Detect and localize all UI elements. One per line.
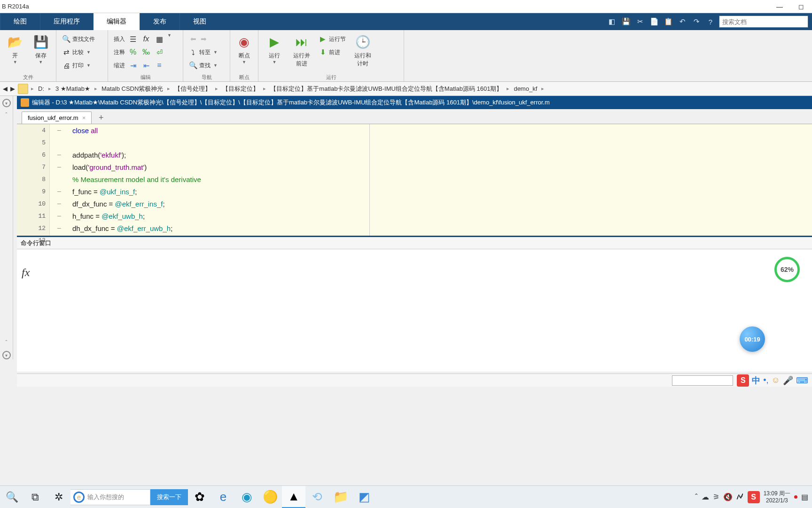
punct-icon[interactable]: •,	[763, 375, 768, 385]
comment-button[interactable]: 注释 %‰⏎	[112, 46, 173, 58]
wifi-icon[interactable]: ⚞	[713, 492, 719, 501]
scroll-up-icon[interactable]: ˆ	[6, 112, 8, 119]
nav-arrows[interactable]: ⬅➡	[187, 33, 219, 45]
compare-button[interactable]: ⇄比较▼	[60, 46, 97, 58]
back-icon: ⬅	[189, 35, 197, 43]
scroll-down-icon[interactable]: ˆ	[6, 340, 8, 346]
minimize-button[interactable]: —	[769, 0, 790, 13]
find-files-button[interactable]: 🔍查找文件	[60, 33, 97, 45]
undo-icon[interactable]: ↶	[677, 16, 688, 27]
ime-zhong[interactable]: 中	[752, 375, 760, 386]
tab-editor[interactable]: 编辑器	[93, 13, 140, 30]
maximize-button[interactable]: ◻	[790, 0, 812, 13]
indent-icon[interactable]: ⇥	[127, 59, 139, 71]
fx-icon[interactable]: fx	[140, 33, 152, 45]
obs-icon[interactable]: ✲	[47, 486, 70, 508]
var-icon[interactable]: ▦	[153, 33, 165, 45]
wrap-icon[interactable]: ⏎	[153, 46, 165, 58]
task-view-button[interactable]: ⧉	[23, 486, 47, 508]
save-label: 保存	[35, 52, 47, 60]
smart-indent-icon[interactable]: ≡	[153, 59, 165, 71]
search-doc-input[interactable]	[719, 16, 808, 28]
group-bp-label: 断点	[230, 74, 258, 81]
close-tab-icon[interactable]: ×	[82, 114, 86, 121]
edge-icon[interactable]: ◉	[235, 486, 258, 508]
emoji-icon[interactable]: ☺	[772, 375, 780, 385]
command-window[interactable]: fx	[17, 249, 812, 372]
cut-icon[interactable]: ✂	[634, 16, 646, 27]
sogou-tray-icon[interactable]: S	[748, 491, 760, 503]
clock[interactable]: 13:09 周一 2022/1/3	[764, 490, 790, 504]
redo-icon[interactable]: ↷	[691, 16, 702, 27]
breakpoint-icon: ◉	[236, 34, 252, 50]
tray-up-icon[interactable]: ˆ	[695, 493, 697, 501]
goto-button[interactable]: ⤵转至▼	[187, 46, 219, 58]
new-icon[interactable]: ◧	[606, 16, 617, 27]
app-icon-1[interactable]: ✿	[188, 486, 211, 508]
arrow-right-icon[interactable]: ▶	[10, 85, 15, 92]
editor-title-bar: 编辑器 - D:\3 ★Matlab★\Matalb CSDN紫极神光\【信号处…	[17, 96, 812, 109]
recording-timer[interactable]: 00:19	[740, 326, 765, 352]
add-tab-button[interactable]: +	[94, 111, 108, 124]
print-button[interactable]: 🖨打印▼	[60, 59, 97, 71]
goto-icon: ⤵	[189, 48, 197, 56]
uncomment-icon[interactable]: ‰	[140, 46, 152, 58]
outdent-icon[interactable]: ⇤	[140, 59, 152, 71]
mic-icon[interactable]: 🎤	[783, 375, 793, 386]
save-icon[interactable]: 💾	[620, 16, 632, 27]
file-tab[interactable]: fusion_ukf_error.m ×	[22, 111, 92, 124]
find-files-icon: 🔍	[62, 35, 70, 43]
run-icon: ▶	[266, 34, 282, 50]
run-section-button[interactable]: ▶运行节	[317, 33, 348, 45]
group-run-label: 运行	[258, 74, 404, 81]
taskbar-search[interactable]: e输入你想搜的	[70, 489, 150, 505]
run-advance-button[interactable]: ⏭ 运行并 前进	[289, 32, 314, 68]
find-button[interactable]: 🔍查找▼	[187, 59, 219, 71]
search-button[interactable]: 🔍	[0, 486, 23, 508]
progress-ring: 62%	[774, 257, 800, 282]
run-time-button[interactable]: 🕒 运行和 计时	[351, 32, 375, 68]
action-center-icon[interactable]: ▤	[801, 492, 808, 501]
chrome-icon[interactable]: 🟡	[258, 486, 282, 508]
indent-button[interactable]: 缩进 ⇥⇤≡	[112, 59, 173, 71]
tab-apps[interactable]: 应用程序	[40, 13, 93, 30]
app-icon-2[interactable]: ⟲	[305, 486, 329, 508]
tab-view[interactable]: 视图	[180, 13, 219, 30]
help-icon[interactable]: ?	[705, 16, 716, 27]
keyboard-icon[interactable]: ⌨	[796, 375, 808, 386]
matlab-taskbar-icon[interactable]: ▲	[282, 486, 305, 508]
edge-legacy-icon[interactable]: e	[211, 486, 235, 508]
print-icon: 🖨	[62, 61, 70, 70]
folder-icon[interactable]	[18, 84, 28, 94]
run-button[interactable]: ▶ 运行▼	[262, 32, 287, 64]
insert-button[interactable]: 插入 ☰fx▦▼	[112, 33, 173, 45]
notification-dot	[794, 495, 797, 499]
photos-icon[interactable]: ◩	[352, 486, 376, 508]
section-icon[interactable]: ☰	[127, 33, 139, 45]
breakpoint-button[interactable]: ◉ 断点▼	[234, 32, 254, 64]
paste-icon[interactable]: 📋	[663, 16, 674, 27]
taskbar-search-button[interactable]: 搜索一下	[150, 489, 188, 505]
volume-icon[interactable]: 🔇	[723, 492, 733, 501]
explorer-icon[interactable]: 📁	[329, 486, 352, 508]
tab-plot[interactable]: 绘图	[0, 13, 40, 30]
file-tab-label: fusion_ukf_error.m	[28, 114, 78, 121]
dock-icon[interactable]: ▾	[2, 99, 11, 107]
find-icon: 🔍	[189, 61, 197, 70]
cloud-icon[interactable]: ☁	[702, 492, 709, 501]
code-editor[interactable]: 4 5 6 7 8 9 10 11 12 13 — — — — — — — cl…	[17, 124, 812, 237]
arrow-left-icon[interactable]: ◀	[3, 85, 8, 92]
advance-button[interactable]: ⬇前进	[317, 46, 348, 58]
bp-label: 断点	[239, 52, 250, 60]
address-bar[interactable]: ◀ ▶ ▸D: ▸3 ★Matlab★ ▸Matalb CSDN紫极神光 ▸【信…	[0, 82, 812, 96]
battery-icon[interactable]: 🗲	[736, 493, 744, 501]
open-button[interactable]: 📂 开▼	[4, 32, 27, 64]
group-nav-label: 导航	[183, 74, 230, 81]
tab-publish[interactable]: 发布	[140, 13, 180, 30]
dock2-icon[interactable]: ▾	[2, 351, 11, 359]
sogou-icon[interactable]: S	[737, 374, 749, 387]
comment-pct-icon[interactable]: %	[127, 46, 139, 58]
copy-icon[interactable]: 📄	[648, 16, 660, 27]
fwd-icon: ➡	[199, 35, 208, 43]
save-button[interactable]: 💾 保存▼	[30, 32, 53, 64]
